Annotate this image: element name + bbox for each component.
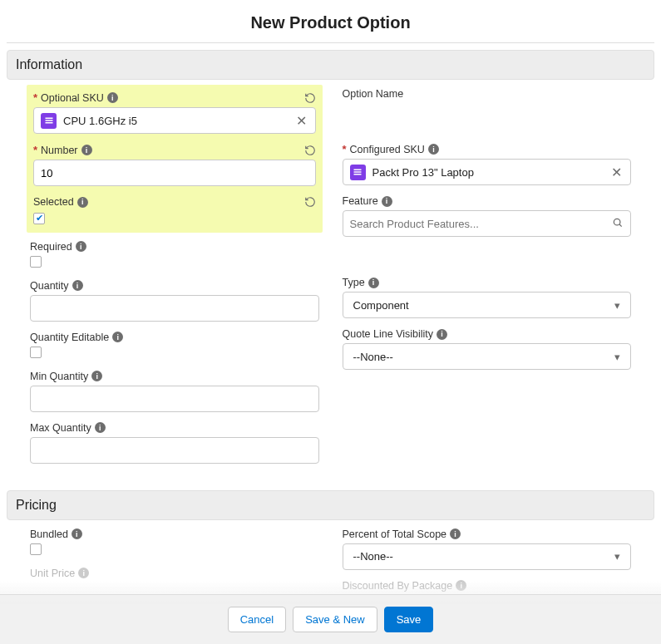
label-percent-total-scope: Percent of Total Scope	[343, 528, 447, 540]
field-bundled: Bundled i	[30, 528, 319, 558]
info-icon[interactable]: i	[72, 528, 82, 539]
info-icon[interactable]: i	[368, 278, 379, 288]
svg-rect-5	[354, 174, 362, 175]
info-icon[interactable]: i	[81, 145, 92, 155]
label-max-quantity: Max Quantity	[30, 422, 91, 434]
svg-rect-1	[45, 120, 52, 121]
svg-line-7	[619, 224, 622, 227]
cancel-button[interactable]: Cancel	[228, 607, 286, 632]
chevron-down-icon: ▾	[614, 299, 620, 312]
required-checkbox[interactable]	[30, 256, 42, 268]
quantity-editable-checkbox[interactable]	[30, 347, 42, 358]
number-input-wrapper	[33, 160, 316, 186]
section-header-information: Information	[7, 50, 654, 80]
label-min-quantity: Min Quantity	[30, 371, 88, 382]
label-number: Number	[41, 145, 77, 156]
svg-rect-2	[45, 122, 52, 124]
undo-icon[interactable]	[304, 145, 316, 156]
info-icon[interactable]: i	[382, 196, 392, 207]
info-icon[interactable]: i	[437, 329, 447, 340]
product-icon	[350, 165, 366, 180]
svg-rect-3	[354, 170, 362, 171]
label-optional-sku: Optional SKU	[41, 92, 104, 104]
percent-total-scope-value: --None--	[353, 550, 393, 563]
field-percent-total-scope: Percent of Total Scope i --None-- ▾	[343, 528, 632, 570]
label-type: Type	[343, 277, 365, 288]
label-option-name: Option Name	[343, 88, 404, 100]
field-optional-sku: * Optional SKU i CPU 1.6GHz i5 ✕	[33, 91, 316, 134]
type-value: Component	[353, 299, 409, 312]
quote-line-visibility-value: --None--	[353, 351, 393, 363]
number-input[interactable]	[41, 167, 308, 179]
min-quantity-input[interactable]	[37, 392, 312, 405]
footer-bar: Cancel Save & New Save	[0, 594, 661, 644]
undo-icon[interactable]	[304, 196, 316, 208]
field-option-name: Option Name	[343, 88, 632, 133]
info-icon[interactable]: i	[112, 332, 123, 342]
info-icon[interactable]: i	[428, 144, 439, 155]
field-unit-price: Unit Price i	[30, 568, 319, 583]
label-required: Required	[30, 241, 72, 253]
configured-sku-lookup[interactable]: Packt Pro 13" Laptop ✕	[343, 159, 632, 185]
field-type: Type i Component ▾	[343, 277, 632, 318]
save-and-new-button[interactable]: Save & New	[293, 607, 377, 632]
selected-checkbox[interactable]	[33, 213, 45, 224]
info-icon[interactable]: i	[72, 280, 83, 291]
info-icon[interactable]: i	[76, 241, 86, 252]
info-icon[interactable]: i	[107, 92, 118, 103]
field-discounted-by-package: Discounted By Package i	[343, 580, 632, 595]
field-feature: Feature i	[343, 195, 632, 237]
type-select[interactable]: Component ▾	[343, 292, 632, 318]
info-icon[interactable]: i	[91, 371, 102, 381]
required-mark: *	[33, 144, 37, 156]
section-header-pricing: Pricing	[7, 490, 654, 520]
label-quantity-editable: Quantity Editable	[30, 332, 109, 343]
label-selected: Selected	[33, 196, 74, 208]
info-icon[interactable]: i	[450, 528, 461, 539]
quantity-input[interactable]	[37, 302, 312, 314]
quote-line-visibility-select[interactable]: --None-- ▾	[343, 343, 632, 370]
page-title: New Product Option	[7, 0, 654, 42]
svg-rect-0	[45, 118, 52, 120]
feature-search-wrapper	[343, 210, 632, 237]
configured-sku-value: Packt Pro 13" Laptop	[372, 166, 610, 179]
label-unit-price: Unit Price	[30, 568, 75, 579]
clear-icon[interactable]: ✕	[294, 113, 308, 129]
divider	[7, 42, 654, 43]
label-quantity: Quantity	[30, 280, 69, 292]
info-icon[interactable]: i	[78, 568, 89, 578]
search-icon[interactable]	[612, 217, 624, 231]
chevron-down-icon: ▾	[614, 351, 620, 363]
save-button[interactable]: Save	[384, 607, 434, 632]
bundled-checkbox[interactable]	[30, 543, 42, 555]
label-quote-line-visibility: Quote Line Visibility	[343, 328, 434, 340]
field-quantity-editable: Quantity Editable i	[30, 332, 319, 361]
label-configured-sku: Configured SKU	[350, 144, 425, 155]
optional-sku-value: CPU 1.6GHz i5	[63, 115, 294, 127]
clear-icon[interactable]: ✕	[609, 165, 624, 180]
required-mark: *	[343, 143, 347, 155]
feature-search-input[interactable]	[350, 218, 613, 230]
max-quantity-input-wrapper	[30, 437, 319, 464]
label-bundled: Bundled	[30, 528, 68, 540]
field-quantity: Quantity i	[30, 280, 319, 322]
svg-point-6	[614, 219, 620, 225]
undo-icon[interactable]	[304, 92, 316, 104]
field-number: * Number i	[33, 144, 316, 186]
field-configured-sku: * Configured SKU i Packt Pro 13" Laptop …	[343, 143, 632, 185]
quantity-input-wrapper	[30, 295, 319, 322]
percent-total-scope-select[interactable]: --None-- ▾	[343, 543, 632, 570]
info-icon[interactable]: i	[456, 580, 466, 591]
field-quote-line-visibility: Quote Line Visibility i --None-- ▾	[343, 328, 632, 370]
field-required: Required i	[30, 241, 319, 270]
label-feature: Feature	[343, 195, 378, 207]
max-quantity-input[interactable]	[37, 444, 312, 456]
info-icon[interactable]: i	[77, 197, 88, 208]
svg-rect-4	[354, 171, 362, 173]
info-icon[interactable]: i	[95, 422, 106, 433]
min-quantity-input-wrapper	[30, 386, 319, 412]
optional-sku-lookup[interactable]: CPU 1.6GHz i5 ✕	[33, 107, 316, 134]
field-selected: Selected i	[33, 196, 316, 224]
label-discounted-by-package: Discounted By Package	[343, 580, 453, 592]
product-icon	[41, 113, 57, 129]
